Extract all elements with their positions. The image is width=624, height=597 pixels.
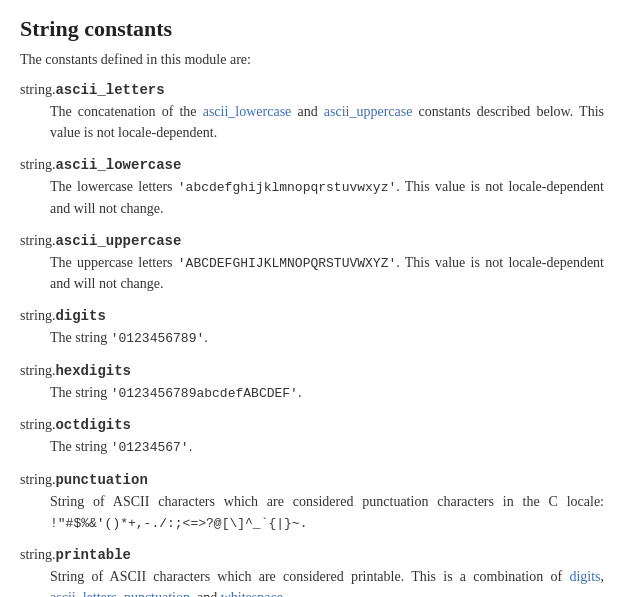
entries-container: string.ascii_lettersThe concatenation of… (20, 82, 604, 597)
entry-header-digits: string.digits (20, 308, 604, 324)
punctuation-link[interactable]: punctuation (124, 590, 190, 597)
module-name-octdigits: string. (20, 417, 55, 432)
module-name-ascii_letters: string. (20, 82, 55, 97)
module-name-printable: string. (20, 547, 55, 562)
attr-name-ascii_letters: ascii_letters (55, 82, 164, 98)
entry-printable: string.printableString of ASCII characte… (20, 547, 604, 597)
entry-body-ascii_uppercase: The uppercase letters 'ABCDEFGHIJKLMNOPQ… (50, 252, 604, 295)
entry-octdigits: string.octdigitsThe string '01234567'. (20, 417, 604, 458)
entry-digits: string.digitsThe string '0123456789'. (20, 308, 604, 349)
attr-name-hexdigits: hexdigits (55, 363, 131, 379)
entry-ascii_letters: string.ascii_lettersThe concatenation of… (20, 82, 604, 143)
module-name-ascii_lowercase: string. (20, 157, 55, 172)
entry-body-digits: The string '0123456789'. (50, 327, 604, 349)
attr-name-octdigits: octdigits (55, 417, 131, 433)
ascii-uppercase-link[interactable]: ascii_uppercase (324, 104, 413, 119)
attr-name-printable: printable (55, 547, 131, 563)
entry-header-punctuation: string.punctuation (20, 472, 604, 488)
attr-name-digits: digits (55, 308, 105, 324)
entry-body-ascii_lowercase: The lowercase letters 'abcdefghijklmnopq… (50, 176, 604, 219)
entry-header-ascii_uppercase: string.ascii_uppercase (20, 233, 604, 249)
page-intro: The constants defined in this module are… (20, 52, 604, 68)
module-name-ascii_uppercase: string. (20, 233, 55, 248)
entry-punctuation: string.punctuationString of ASCII charac… (20, 472, 604, 534)
entry-body-printable: String of ASCII characters which are con… (50, 566, 604, 597)
ascii-letters-link[interactable]: ascii_letters (50, 590, 117, 597)
entry-ascii_lowercase: string.ascii_lowercaseThe lowercase lett… (20, 157, 604, 219)
ascii-lowercase-link[interactable]: ascii_lowercase (203, 104, 292, 119)
attr-name-ascii_lowercase: ascii_lowercase (55, 157, 181, 173)
entry-ascii_uppercase: string.ascii_uppercaseThe uppercase lett… (20, 233, 604, 295)
entry-header-ascii_letters: string.ascii_letters (20, 82, 604, 98)
entry-body-ascii_letters: The concatenation of the ascii_lowercase… (50, 101, 604, 143)
whitespace-link[interactable]: whitespace (221, 590, 283, 597)
attr-name-ascii_uppercase: ascii_uppercase (55, 233, 181, 249)
entry-body-octdigits: The string '01234567'. (50, 436, 604, 458)
entry-body-punctuation: String of ASCII characters which are con… (50, 491, 604, 534)
entry-header-printable: string.printable (20, 547, 604, 563)
entry-hexdigits: string.hexdigitsThe string '0123456789ab… (20, 363, 604, 404)
attr-name-punctuation: punctuation (55, 472, 147, 488)
module-name-punctuation: string. (20, 472, 55, 487)
module-name-hexdigits: string. (20, 363, 55, 378)
entry-body-hexdigits: The string '0123456789abcdefABCDEF'. (50, 382, 604, 404)
entry-header-ascii_lowercase: string.ascii_lowercase (20, 157, 604, 173)
entry-header-octdigits: string.octdigits (20, 417, 604, 433)
digits-link[interactable]: digits (569, 569, 600, 584)
page-title: String constants (20, 16, 604, 42)
entry-header-hexdigits: string.hexdigits (20, 363, 604, 379)
module-name-digits: string. (20, 308, 55, 323)
